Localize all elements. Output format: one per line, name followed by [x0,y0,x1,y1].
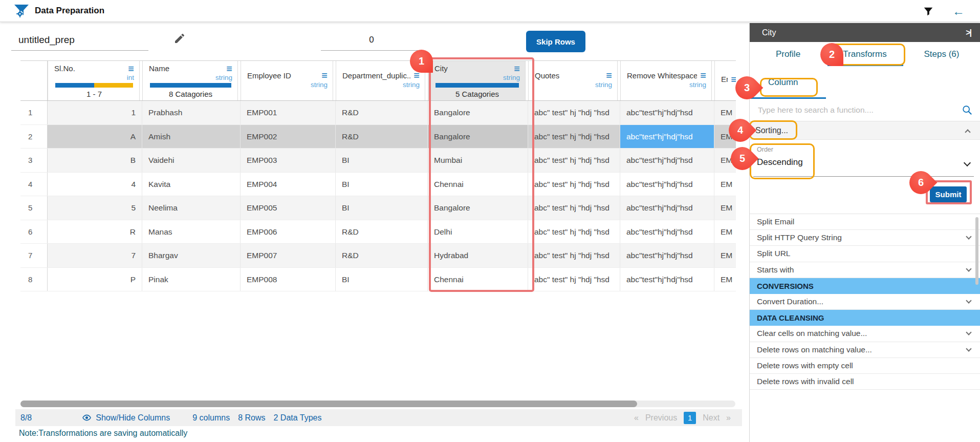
function-item[interactable]: Convert Duration... [750,294,980,310]
column-menu-icon[interactable]: ≡ [606,72,612,79]
table-row: 2AAmishEMP002R&DBangaloreabc" test" hj "… [20,125,736,149]
data-types-count: 2 Data Types [273,413,321,423]
table-cell[interactable]: abc"test"hj"hdj"hsd [620,220,714,244]
collapse-panel-icon[interactable]: >| [966,28,971,37]
skip-rows-button[interactable]: Skip Rows [526,31,585,52]
table-cell[interactable]: abc"test"hj"hdj"hsd [620,101,714,124]
function-item[interactable]: Split HTTP Query String [750,230,980,246]
prep-name-input[interactable] [11,29,148,51]
table-cell[interactable]: EMP006 [241,220,336,244]
function-item[interactable]: Delete rows with invalid cell [750,374,980,390]
table-cell[interactable]: EMP004 [241,173,336,196]
table-cell[interactable]: R&D [336,244,428,267]
table-cell[interactable]: EMP005 [241,196,336,220]
table-cell[interactable]: abc" test" hj "hdj "hsd [528,268,620,291]
table-cell[interactable]: R&D [336,101,428,124]
function-item[interactable]: Split URL [750,246,980,262]
table-cell[interactable]: P [48,268,142,291]
table-cell[interactable]: BI [336,268,428,291]
table-cell[interactable]: Bhargav [142,244,241,267]
table-cell[interactable]: abc"test"hj"hdj"hsd [620,149,714,172]
table-cell[interactable]: 7 [48,244,142,267]
panel-header: City >| [750,23,980,42]
table-cell[interactable]: abc" test" hj "hdj "hsd [528,149,620,172]
function-search-input[interactable] [758,106,952,115]
table-cell[interactable]: BI [336,173,428,196]
pagination-next[interactable]: Next [703,413,720,423]
function-item[interactable]: Starts with [750,262,980,278]
table-cell[interactable]: abc" test" hj "hdj "hsd [528,173,620,196]
column-header-quotes[interactable]: Quotes≡string [528,61,618,100]
table-cell[interactable]: R&D [336,220,428,244]
table-cell[interactable]: B [48,149,142,172]
function-item[interactable]: Delete rows with empty cell [750,358,980,374]
column-menu-icon[interactable]: ≡ [321,72,328,79]
column-menu-icon[interactable]: ≡ [700,72,706,79]
chevron-down-icon[interactable] [964,159,971,166]
table-cell[interactable]: abc" test" hj "hdj "hsd [528,196,620,220]
skip-rows-input[interactable] [321,29,422,51]
table-cell[interactable]: A [48,125,142,149]
column-header-name[interactable]: Name≡string8 Catagories [142,61,238,100]
table-cell[interactable]: 5 [48,196,142,220]
tab-profile[interactable]: Profile [750,42,826,66]
table-cell[interactable]: Vaidehi [142,149,241,172]
table-cell[interactable]: abc"test"hj"hdj"hsd [620,173,714,196]
horizontal-scrollbar[interactable] [20,401,735,407]
table-cell[interactable]: Amish [142,125,241,149]
table-cell[interactable]: Manas [142,220,241,244]
table-cell[interactable]: EMP002 [241,125,336,149]
table-cell[interactable]: Prabhash [142,101,241,124]
table-cell[interactable]: EM [714,196,736,220]
table-cell[interactable]: abc"test"hj"hdj"hsd [620,244,714,267]
table-cell[interactable]: EMP008 [241,268,336,291]
function-item[interactable]: Delete rows on matching value... [750,342,980,358]
table-cell[interactable]: abc" test" hj "hdj "hsd [528,244,620,267]
panel-scrollbar-thumb[interactable] [975,217,978,285]
pagination-next-arrow[interactable]: » [726,413,731,423]
column-menu-icon[interactable]: ≡ [413,72,420,79]
column-menu-icon[interactable]: ≡ [128,65,134,72]
table-cell[interactable]: EM [714,244,736,267]
pagination-previous[interactable]: Previous [645,413,677,423]
function-item[interactable]: Clear cells on matching value... [750,326,980,342]
back-arrow-icon[interactable]: ← [952,5,965,17]
tab-steps[interactable]: Steps (6) [903,42,980,66]
column-menu-icon[interactable]: ≡ [731,76,736,83]
function-item[interactable]: Split Email [750,214,980,230]
table-cell[interactable]: abc"test"hj"hdj"hsd [620,268,714,291]
table-cell[interactable]: BI [336,149,428,172]
table-cell[interactable]: BI [336,196,428,220]
table-cell[interactable]: abc" test" hj "hdj "hsd [528,220,620,244]
table-cell[interactable]: abc" test" hj "hdj "hsd [528,101,620,124]
table-cell[interactable]: R&D [336,125,428,149]
table-cell[interactable]: 4 [48,173,142,196]
table-cell[interactable]: EMP007 [241,244,336,267]
column-label: Department_duplic... [342,71,410,80]
search-icon[interactable] [962,104,973,116]
table-cell[interactable]: EM [714,268,736,291]
column-header-remws[interactable]: Remove Whitespace≡string [620,61,712,100]
table-cell[interactable]: abc"test"hj"hdj"hsd [620,125,714,149]
table-cell[interactable]: 1 [48,101,142,124]
edit-name-button[interactable] [172,31,187,47]
table-cell[interactable]: R [48,220,142,244]
pagination-current-page[interactable]: 1 [684,412,696,424]
table-cell[interactable]: Pinak [142,268,241,291]
show-hide-columns-button[interactable]: Show/Hide Columns [82,413,170,423]
filter-icon[interactable] [923,6,934,17]
pagination-prev-arrow[interactable]: « [634,413,639,423]
table-cell[interactable]: EMP001 [241,101,336,124]
column-menu-icon[interactable]: ≡ [226,65,232,72]
table-cell[interactable]: abc" test" hj "hdj "hsd [528,125,620,149]
column-header-slno[interactable]: Sl.No.≡int1 - 7 [48,61,140,100]
column-header-em[interactable]: Er≡ [714,61,736,100]
table-cell[interactable]: EM [714,173,736,196]
table-cell[interactable]: Neelima [142,196,241,220]
table-cell[interactable]: abc"test"hj"hdj"hsd [620,196,714,220]
table-cell[interactable]: EM [714,220,736,244]
table-cell[interactable]: Kavita [142,173,241,196]
column-header-empid[interactable]: Employee ID≡string [241,61,333,100]
table-cell[interactable]: EMP003 [241,149,336,172]
horizontal-scrollbar-thumb[interactable] [20,401,637,407]
